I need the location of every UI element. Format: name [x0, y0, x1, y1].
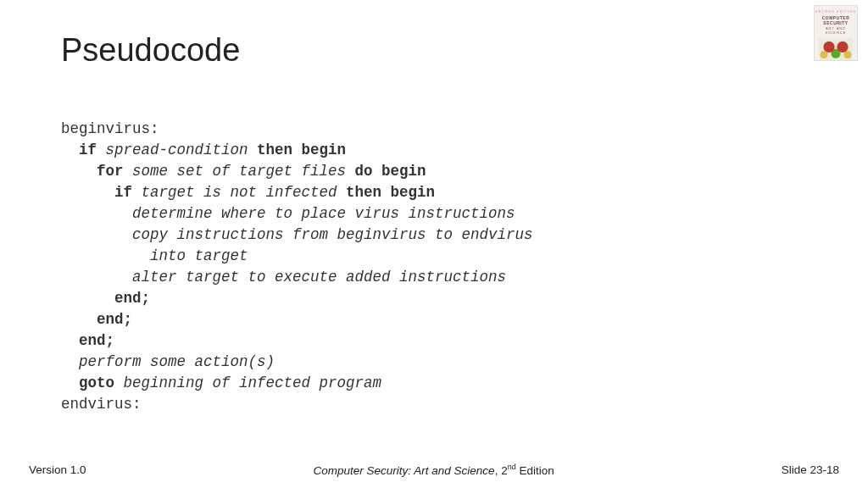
footer-title-italic: Computer Security: Art and Science — [314, 463, 495, 476]
pseudocode-block: beginvirus: if spread-condition then beg… — [61, 119, 533, 415]
cover-image — [819, 38, 853, 60]
code-italic: alter target to execute added instructio… — [132, 269, 506, 286]
footer-tail: Edition — [516, 463, 554, 476]
kw-end: end; — [114, 290, 150, 307]
code-italic: perform some action(s) — [79, 353, 275, 370]
code-italic: spread-condition — [106, 141, 248, 158]
kw-do-begin: do begin — [355, 163, 426, 180]
kw-if: if — [114, 184, 132, 201]
code-italic: some set of target files — [132, 163, 346, 180]
kw-end: end; — [97, 311, 132, 328]
code-line: beginvirus: — [61, 120, 159, 137]
kw-if: if — [79, 141, 97, 158]
code-italic: beginning of infected program — [124, 374, 382, 391]
code-italic: determine where to place virus instructi… — [132, 205, 515, 222]
cover-edition: SECOND EDITION — [815, 9, 857, 14]
code-italic: copy instructions from beginvirus to end… — [132, 226, 533, 243]
kw-for: for — [97, 163, 124, 180]
cover-sub: ART AND SCIENCE — [815, 26, 857, 35]
code-italic: target is not infected — [142, 184, 337, 201]
footer-version: Version 1.0 — [29, 463, 86, 476]
cover-title2: SECURITY — [815, 20, 857, 25]
kw-end: end; — [79, 332, 114, 349]
book-cover-icon: SECOND EDITION COMPUTER SECURITY ART AND… — [814, 5, 858, 61]
footer-sup: nd — [508, 463, 516, 471]
code-line: endvirus: — [61, 396, 142, 413]
kw-then-begin: then begin — [257, 141, 346, 158]
code-italic: into target — [150, 247, 248, 264]
footer-book-title: Computer Security: Art and Science, 2nd … — [314, 463, 554, 477]
footer: Version 1.0 Computer Security: Art and S… — [0, 463, 868, 477]
footer-slide-number: Slide 23-18 — [782, 463, 839, 476]
footer-sep: , 2 — [495, 463, 508, 476]
kw-goto: goto — [79, 374, 114, 391]
kw-then-begin: then begin — [346, 184, 435, 201]
page-title: Pseudocode — [61, 32, 240, 69]
